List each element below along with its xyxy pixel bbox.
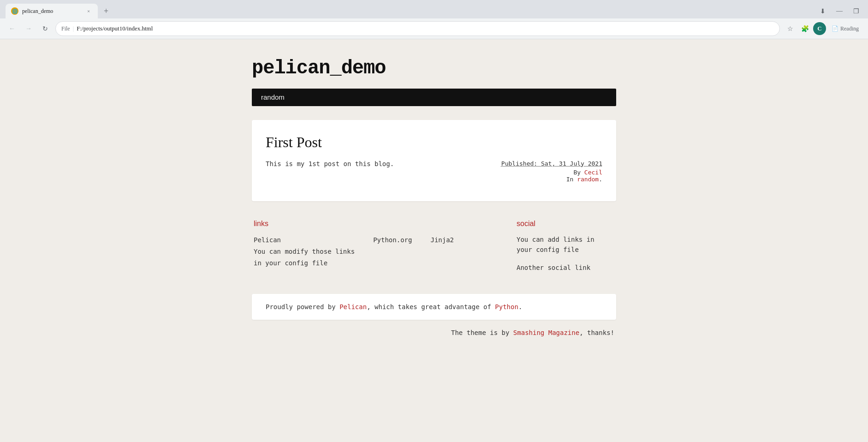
toolbar-actions: ☆ 🧩 C 📄 Reading (784, 22, 862, 35)
post-category-period: . (599, 176, 602, 183)
post-meta: Published: Sat, 31 July 2021 By Cecil In… (501, 160, 602, 183)
browser-tab[interactable]: 🌐 pelican_demo × (6, 4, 98, 18)
nav-link-random[interactable]: random (261, 93, 285, 101)
extensions-button[interactable]: 🧩 (798, 22, 811, 35)
address-url: F:/projects/output10/index.html (77, 25, 774, 32)
links-section-title: links (254, 220, 498, 228)
links-col-1: Pelican You can modify those links in yo… (254, 234, 355, 269)
browser-chrome: 🌐 pelican_demo × + ⬇ — ❐ ← → ↻ File | F:… (0, 0, 868, 39)
footer-sections: links Pelican You can modify those links… (252, 220, 616, 280)
social-section-title: social (517, 220, 614, 228)
post-published-date: Published: Sat, 31 July 2021 (501, 160, 602, 167)
powered-pelican-link[interactable]: Pelican (339, 303, 367, 311)
post-by-label: By (573, 169, 581, 176)
post-in-label: In (566, 176, 574, 183)
theme-text: The theme is by (451, 329, 513, 336)
social-item-2: Another social link (517, 263, 614, 273)
reading-label: Reading (840, 25, 859, 32)
post-title: First Post (266, 134, 602, 151)
link-item-jinja: Jinja2 (430, 234, 454, 246)
post-author-line: By Cecil (501, 169, 602, 176)
address-bar[interactable]: File | F:/projects/output10/index.html (55, 21, 780, 36)
address-separator: | (73, 25, 74, 32)
footer-theme: The theme is by Smashing Magazine, thank… (252, 329, 616, 336)
maximize-button[interactable]: ❐ (850, 5, 862, 18)
footer-links-column: links Pelican You can modify those links… (254, 220, 498, 280)
download-icon[interactable]: ⬇ (816, 5, 829, 18)
theme-link[interactable]: Smashing Magazine (513, 329, 579, 336)
theme-end: , thanks! (579, 329, 614, 336)
footer-social-column: social You can add links in your config … (498, 220, 614, 280)
social-item-1: You can add links in your config file (517, 234, 614, 255)
browser-toolbar: ← → ↻ File | F:/projects/output10/index.… (0, 18, 868, 39)
links-grid: Pelican You can modify those links in yo… (254, 234, 498, 274)
powered-python-link[interactable]: Python (495, 303, 518, 311)
link-item-pelican: Pelican (254, 234, 355, 246)
post-excerpt: This is my 1st post on this blog. (266, 160, 492, 167)
post-category-line: In random. (501, 176, 602, 183)
links-col-3: Jinja2 (430, 234, 454, 269)
post-card: First Post This is my 1st post on this b… (252, 120, 616, 201)
site-title: pelican_demo (252, 57, 616, 79)
profile-button[interactable]: C (813, 22, 826, 35)
post-category-link[interactable]: random (577, 176, 599, 183)
browser-title-bar: 🌐 pelican_demo × + ⬇ — ❐ (0, 0, 868, 18)
tab-title: pelican_demo (22, 8, 81, 15)
window-controls: ⬇ — ❐ (816, 5, 862, 18)
post-layout: This is my 1st post on this blog. Publis… (266, 160, 602, 183)
new-tab-button[interactable]: + (100, 5, 113, 18)
post-author-link[interactable]: Cecil (584, 169, 602, 176)
page-wrapper: pelican_demo random First Post This is m… (0, 39, 868, 373)
tab-favicon-icon: 🌐 (11, 7, 18, 15)
minimize-button[interactable]: — (833, 5, 846, 18)
site-container: pelican_demo random First Post This is m… (243, 57, 625, 336)
back-button[interactable]: ← (6, 22, 18, 35)
powered-text: Proudly powered by (266, 303, 339, 311)
forward-button[interactable]: → (22, 22, 35, 35)
tab-close-icon: × (87, 8, 90, 14)
refresh-button[interactable]: ↻ (39, 22, 52, 35)
powered-end: . (518, 303, 522, 311)
reading-icon: 📄 (832, 25, 838, 32)
footer-powered: Proudly powered by Pelican, which takes … (252, 294, 616, 320)
tab-close-button[interactable]: × (85, 7, 92, 15)
star-button[interactable]: ☆ (784, 22, 797, 35)
address-file-label: File (61, 25, 70, 32)
links-col-2: Python.org (373, 234, 412, 269)
link-item-python: Python.org (373, 234, 412, 246)
nav-bar: random (252, 89, 616, 106)
link-item-note: You can modify those links in your confi… (254, 246, 355, 269)
powered-mid: , which takes great advantage of (367, 303, 495, 311)
reading-mode-button[interactable]: 📄 Reading (828, 24, 862, 34)
